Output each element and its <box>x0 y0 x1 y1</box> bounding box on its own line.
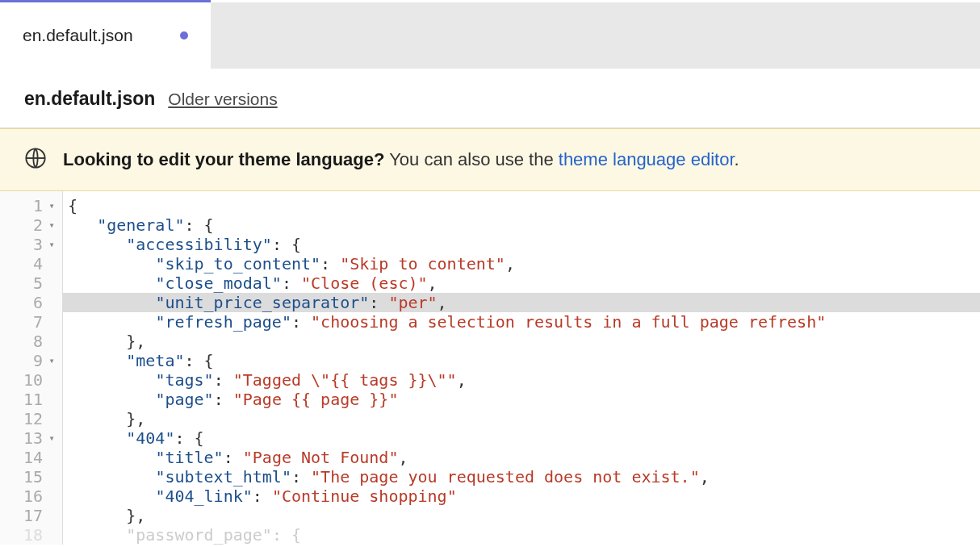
code-area[interactable]: { "general": { "accessibility": { "skip_… <box>63 191 980 545</box>
code-line[interactable]: "tags": "Tagged \"{{ tags }}\"", <box>63 370 980 390</box>
banner-text: Looking to edit your theme language? You… <box>63 149 739 170</box>
banner-strong: Looking to edit your theme language? <box>63 149 384 169</box>
token-key: "subtext_html" <box>155 467 291 486</box>
token-punc: : { <box>272 235 301 254</box>
token-punc: }, <box>126 506 145 525</box>
token-punc: { <box>68 196 77 215</box>
tab-dirty-indicator-icon <box>180 31 188 40</box>
gutter-line: 2▾ <box>0 215 62 235</box>
fold-toggle-icon[interactable]: ▾ <box>46 196 57 215</box>
token-str: "choosing a selection results in a full … <box>311 312 826 332</box>
code-line[interactable]: "title": "Page Not Found", <box>63 448 980 467</box>
fold-toggle-icon[interactable]: ▾ <box>46 428 57 448</box>
gutter-line: 6▾ <box>0 293 62 312</box>
line-number: 7 <box>20 312 43 332</box>
code-line[interactable]: "accessibility": { <box>63 235 980 254</box>
info-banner: Looking to edit your theme language? You… <box>0 128 980 191</box>
token-punc: : { <box>185 351 214 370</box>
token-key: "meta" <box>126 351 184 370</box>
breadcrumb: en.default.json Older versions <box>0 69 980 128</box>
token-key: "general" <box>97 215 184 235</box>
globe-icon <box>24 147 47 173</box>
token-punc: : <box>320 254 340 274</box>
line-number: 15 <box>20 467 43 486</box>
tab-en-default-json[interactable]: en.default.json <box>0 2 211 69</box>
token-key: "password_page" <box>126 525 272 545</box>
line-number: 10 <box>20 370 43 390</box>
token-punc: , <box>457 370 467 390</box>
gutter-line: 10▾ <box>0 370 62 390</box>
code-line[interactable]: "404": { <box>63 428 980 448</box>
code-line[interactable]: "general": { <box>63 215 980 235</box>
gutter-line: 14▾ <box>0 448 62 467</box>
code-line[interactable]: "404_link": "Continue shopping" <box>63 486 980 506</box>
line-number: 9 <box>20 351 43 370</box>
gutter-line: 18▾ <box>0 525 62 545</box>
code-line[interactable]: "password_page": { <box>63 525 980 545</box>
token-punc: : { <box>174 428 203 448</box>
token-str: "per" <box>388 293 437 312</box>
token-str: "Page {{ page }}" <box>233 390 399 409</box>
token-key: "unit_price_separator" <box>155 293 369 312</box>
gutter-line: 13▾ <box>0 428 62 448</box>
code-editor[interactable]: 1▾2▾3▾4▾5▾6▾7▾8▾9▾10▾11▾12▾13▾14▾15▾16▾1… <box>0 191 980 545</box>
gutter-line: 1▾ <box>0 196 62 215</box>
code-line[interactable]: "unit_price_separator": "per", <box>63 293 980 312</box>
gutter-line: 8▾ <box>0 332 62 351</box>
token-punc: , <box>505 254 515 274</box>
token-punc: : <box>291 312 311 332</box>
gutter-line: 12▾ <box>0 409 62 428</box>
token-punc: : <box>291 467 311 486</box>
line-number: 17 <box>20 506 43 525</box>
gutter-line: 4▾ <box>0 254 62 274</box>
line-number: 3 <box>20 235 43 254</box>
line-number: 8 <box>20 332 43 351</box>
code-line[interactable]: "skip_to_content": "Skip to content", <box>63 254 980 274</box>
banner-rest: You can also use the <box>384 149 558 169</box>
code-line[interactable]: "meta": { <box>63 351 980 370</box>
token-key: "404" <box>126 428 174 448</box>
code-line[interactable]: }, <box>63 506 980 525</box>
token-key: "accessibility" <box>126 235 272 254</box>
code-line[interactable]: "page": "Page {{ page }}" <box>63 390 980 409</box>
token-key: "skip_to_content" <box>155 254 320 274</box>
gutter-line: 9▾ <box>0 351 62 370</box>
token-key: "close_modal" <box>155 274 282 293</box>
token-punc: : <box>369 293 388 312</box>
token-punc: : { <box>272 525 301 545</box>
token-punc: : <box>253 486 272 506</box>
token-str: "Tagged \"{{ tags }}\"" <box>233 370 457 390</box>
code-line[interactable]: }, <box>63 409 980 428</box>
fold-toggle-icon[interactable]: ▾ <box>46 235 57 254</box>
fold-toggle-icon[interactable]: ▾ <box>46 215 57 235</box>
token-str: "Page Not Found" <box>243 448 399 467</box>
gutter-line: 5▾ <box>0 274 62 293</box>
line-number: 4 <box>20 254 43 274</box>
theme-language-editor-link[interactable]: theme language editor <box>559 149 735 169</box>
token-key: "404_link" <box>155 486 252 506</box>
line-number: 18 <box>20 525 43 545</box>
token-punc: , <box>398 448 408 467</box>
token-punc: : { <box>185 215 214 235</box>
code-line[interactable]: { <box>63 196 980 215</box>
token-str: "Skip to content" <box>340 254 505 274</box>
line-number: 14 <box>20 448 43 467</box>
page-title: en.default.json <box>24 88 155 110</box>
line-number: 5 <box>20 274 43 293</box>
code-line[interactable]: "subtext_html": "The page you requested … <box>63 467 980 486</box>
token-key: "refresh_page" <box>155 312 291 332</box>
gutter-line: 11▾ <box>0 390 62 409</box>
token-punc: , <box>428 274 438 293</box>
fold-toggle-icon[interactable]: ▾ <box>46 351 57 370</box>
code-line[interactable]: "refresh_page": "choosing a selection re… <box>63 312 980 332</box>
token-str: "The page you requested does not exist." <box>311 467 700 486</box>
code-line[interactable]: "close_modal": "Close (esc)", <box>63 274 980 293</box>
token-punc: : <box>214 390 233 409</box>
tab-bar: en.default.json <box>0 2 980 69</box>
token-str: "Close (esc)" <box>301 274 428 293</box>
line-number: 13 <box>20 428 43 448</box>
code-line[interactable]: }, <box>63 332 980 351</box>
gutter-line: 7▾ <box>0 312 62 332</box>
token-str: "Continue shopping" <box>272 486 457 506</box>
older-versions-link[interactable]: Older versions <box>168 90 277 109</box>
